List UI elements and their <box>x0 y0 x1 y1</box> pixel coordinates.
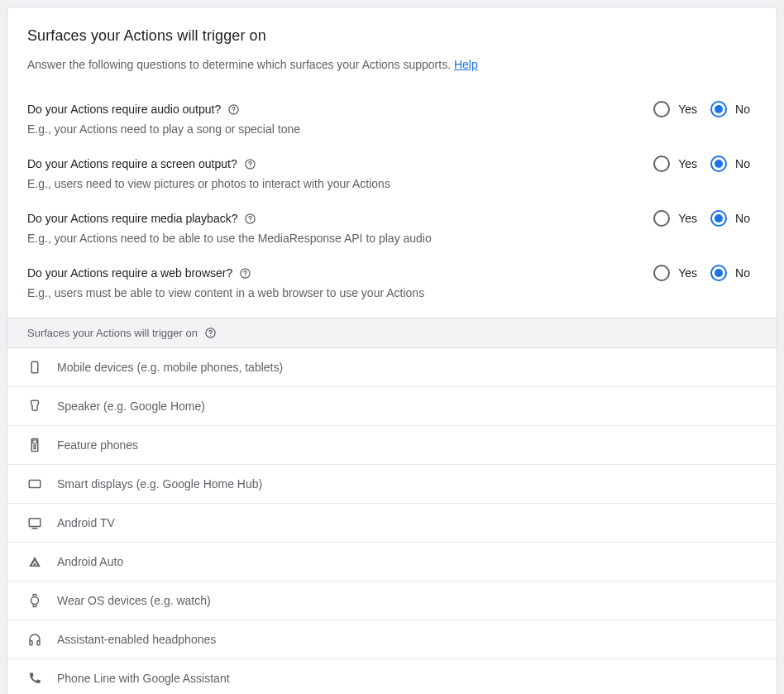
surface-label: Wear OS devices (e.g. watch) <box>57 594 211 607</box>
surface-row-watch: Wear OS devices (e.g. watch) <box>7 582 777 620</box>
help-circle-icon[interactable] <box>204 327 217 339</box>
surface-label: Smart displays (e.g. Google Home Hub) <box>57 477 262 491</box>
question-audio-output: Do your Actions require audio output?E.g… <box>27 93 757 147</box>
surface-label: Feature phones <box>57 438 138 452</box>
radio-no[interactable]: No <box>704 210 757 227</box>
page-subtitle: Answer the following questions to determ… <box>27 56 757 73</box>
display-icon <box>27 476 42 491</box>
help-circle-icon[interactable] <box>239 267 251 280</box>
surfaces-card: Surfaces your Actions will trigger on An… <box>7 7 777 694</box>
surface-row-auto: Android Auto <box>7 543 777 582</box>
surfaces-section-header: Surfaces your Actions will trigger on <box>7 318 777 348</box>
radio-circle-icon <box>653 156 670 172</box>
radio-label: No <box>735 103 750 116</box>
svg-point-1 <box>210 335 211 336</box>
radio-yes[interactable]: Yes <box>647 265 704 281</box>
card-content: Surfaces your Actions will trigger on An… <box>7 7 777 318</box>
radio-label: Yes <box>678 103 697 116</box>
radio-circle-icon <box>710 101 727 117</box>
question-title: Do your Actions require media playback? <box>27 210 647 227</box>
surface-label: Android Auto <box>57 555 123 568</box>
question-desc: E.g., users must be able to view content… <box>27 285 647 301</box>
page-title: Surfaces your Actions will trigger on <box>27 27 757 45</box>
radio-no[interactable]: No <box>704 265 757 281</box>
help-circle-icon[interactable] <box>227 103 240 116</box>
question-title: Do your Actions require a screen output? <box>27 156 647 172</box>
surface-row-tv: Android TV <box>7 504 777 543</box>
help-link[interactable]: Help <box>454 58 478 71</box>
surface-row-headphones: Assistant-enabled headphones <box>7 620 777 659</box>
radio-circle-icon <box>710 210 727 227</box>
surface-label: Phone Line with Google Assistant <box>57 672 230 685</box>
radio-label: No <box>735 266 750 280</box>
question-web-browser: Do your Actions require a web browser?E.… <box>27 256 757 311</box>
surface-row-phone: Phone Line with Google Assistant <box>7 659 777 694</box>
question-text: Do your Actions require a web browser?E.… <box>27 265 647 301</box>
question-desc: E.g., your Actions need to be able to us… <box>27 230 647 246</box>
surface-label: Speaker (e.g. Google Home) <box>57 400 205 413</box>
surfaces-list: Mobile devices (e.g. mobile phones, tabl… <box>7 348 777 694</box>
question-desc: E.g., users need to view pictures or pho… <box>27 175 647 192</box>
tv-icon <box>27 515 42 530</box>
questions-list: Do your Actions require audio output?E.g… <box>27 93 757 311</box>
question-title: Do your Actions require audio output? <box>27 101 647 117</box>
question-text: Do your Actions require audio output?E.g… <box>27 101 647 137</box>
headphones-icon <box>27 632 42 647</box>
watch-icon <box>27 593 42 608</box>
question-title: Do your Actions require a web browser? <box>27 265 647 281</box>
surfaces-header-label: Surfaces your Actions will trigger on <box>27 327 198 339</box>
question-text: Do your Actions require a screen output?… <box>27 156 647 192</box>
radio-circle-icon <box>653 265 670 281</box>
surface-row-speaker: Speaker (e.g. Google Home) <box>7 387 777 426</box>
surface-row-feature: Feature phones <box>7 426 777 465</box>
surface-row-display: Smart displays (e.g. Google Home Hub) <box>7 465 777 504</box>
radio-circle-icon <box>710 156 727 172</box>
radio-yes[interactable]: Yes <box>647 101 704 117</box>
auto-icon <box>27 554 42 569</box>
question-screen-output: Do your Actions require a screen output?… <box>27 147 757 202</box>
radio-label: Yes <box>678 266 697 280</box>
radio-circle-icon <box>653 101 670 117</box>
radio-group: YesNo <box>647 101 757 117</box>
radio-no[interactable]: No <box>704 156 757 172</box>
speaker-icon <box>27 399 42 414</box>
radio-label: No <box>735 212 750 225</box>
subtitle-text: Answer the following questions to determ… <box>27 58 454 71</box>
question-media-playback: Do your Actions require media playback?E… <box>27 202 757 256</box>
radio-circle-icon <box>653 210 670 227</box>
radio-group: YesNo <box>647 210 757 227</box>
radio-no[interactable]: No <box>704 101 757 117</box>
question-text: Do your Actions require media playback?E… <box>27 210 647 246</box>
feature-icon <box>27 438 42 452</box>
radio-circle-icon <box>710 265 727 281</box>
radio-label: No <box>735 157 750 170</box>
phone-icon <box>27 671 42 686</box>
radio-label: Yes <box>678 212 697 225</box>
help-circle-icon[interactable] <box>244 213 256 225</box>
surface-label: Mobile devices (e.g. mobile phones, tabl… <box>57 361 283 374</box>
help-circle-icon[interactable] <box>244 158 256 170</box>
radio-label: Yes <box>678 157 697 170</box>
radio-group: YesNo <box>647 156 757 172</box>
surface-label: Android TV <box>57 516 115 529</box>
surface-label: Assistant-enabled headphones <box>57 633 216 646</box>
radio-yes[interactable]: Yes <box>647 210 704 227</box>
radio-group: YesNo <box>647 265 757 281</box>
surface-row-mobile: Mobile devices (e.g. mobile phones, tabl… <box>7 348 777 387</box>
mobile-icon <box>27 360 42 375</box>
radio-yes[interactable]: Yes <box>647 156 704 172</box>
question-desc: E.g., your Actions need to play a song o… <box>27 121 647 137</box>
